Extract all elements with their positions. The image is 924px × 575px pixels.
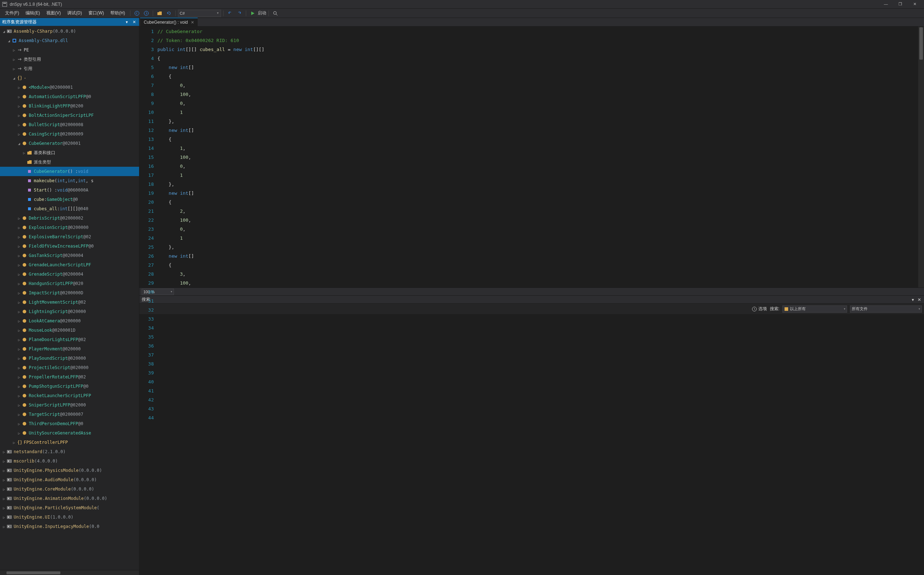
twisty-icon[interactable]: ▷ xyxy=(16,422,22,426)
tree-class[interactable]: ▷PropellerRotateLPFP @02 xyxy=(0,372,139,382)
nav-forward-icon[interactable] xyxy=(143,10,150,17)
tree-class[interactable]: ▷BlinkingLightPFP @0200 xyxy=(0,101,139,111)
twisty-icon[interactable]: ▷ xyxy=(2,469,6,473)
twisty-icon[interactable]: ▷ xyxy=(16,216,22,220)
tree-class[interactable]: ▷HandgunScriptLPFP @020 xyxy=(0,279,139,288)
tree-class[interactable]: ▷PlaneDoorLightsLPFP @02 xyxy=(0,335,139,344)
twisty-icon[interactable]: ▷ xyxy=(16,413,22,416)
tree-class[interactable]: ▷ImpactScript @0200000D xyxy=(0,288,139,297)
tree-type-refs[interactable]: ▷类型引用 xyxy=(0,55,139,64)
tree-class[interactable]: ▷GasTankScript @0200004 xyxy=(0,251,139,260)
tree-namespace-fps[interactable]: ▷{}FPSControllerLPFP xyxy=(0,438,139,447)
twisty-icon[interactable]: ▷ xyxy=(16,123,22,127)
twisty-icon[interactable]: ▷ xyxy=(16,394,22,398)
twisty-icon[interactable]: ◢ xyxy=(11,76,16,80)
tree-namespace[interactable]: ◢{}- xyxy=(0,73,139,83)
twisty-icon[interactable]: ▷ xyxy=(16,347,22,351)
tree-class[interactable]: ▷PlayerMovment @020000 xyxy=(0,344,139,354)
tree-class[interactable]: ▷SniperScriptLPFP @02000 xyxy=(0,400,139,410)
twisty-icon[interactable]: ▷ xyxy=(16,329,22,332)
menu-file[interactable]: 文件(F) xyxy=(2,9,22,17)
maximize-button[interactable]: ❐ xyxy=(895,2,905,6)
tree-class[interactable]: ▷PumpShotgunScriptLPFP @0 xyxy=(0,382,139,391)
tree-class[interactable]: ▷BoltActionSniperScriptLPF xyxy=(0,111,139,120)
search-scope-combo[interactable]: 以上所有▾ xyxy=(783,305,847,313)
tree-field-cube[interactable]: cube : GameObject @0 xyxy=(0,195,139,204)
tree-assembly[interactable]: ▷UnityEngine.UI (1.0.0.0) xyxy=(0,513,139,522)
twisty-icon[interactable]: ▷ xyxy=(2,506,6,510)
twisty-icon[interactable]: ▷ xyxy=(16,104,22,108)
tree-assembly[interactable]: ▷UnityEngine.ParticleSystemModule ( xyxy=(0,503,139,513)
search-files-combo[interactable]: 所有文件▾ xyxy=(850,305,922,313)
tree-class[interactable]: ▷GrenadeLauncherScriptLPF xyxy=(0,260,139,270)
twisty-icon[interactable]: ▷ xyxy=(16,245,22,248)
menu-edit[interactable]: 编辑(E) xyxy=(23,9,43,17)
tree-derived-types[interactable]: 派生类型 xyxy=(0,157,139,167)
tree-assembly[interactable]: ▷UnityEngine.InputLegacyModule (0.0 xyxy=(0,522,139,531)
search-icon[interactable] xyxy=(272,10,279,17)
twisty-icon[interactable]: ▷ xyxy=(16,282,22,286)
tree-class[interactable]: ▷ExplosiveBarrelScript @02 xyxy=(0,232,139,241)
language-combo[interactable]: C#▼ xyxy=(178,10,221,17)
twisty-icon[interactable]: ▷ xyxy=(22,151,27,155)
twisty-icon[interactable]: ▷ xyxy=(16,95,22,99)
twisty-icon[interactable]: ▷ xyxy=(16,366,22,370)
tree-class[interactable]: ▷LookAtCamera @0200000 xyxy=(0,316,139,326)
tab-close-icon[interactable]: ✕ xyxy=(191,20,194,25)
twisty-icon[interactable]: ▷ xyxy=(16,86,22,89)
open-icon[interactable] xyxy=(156,10,163,17)
twisty-icon[interactable]: ▷ xyxy=(11,441,16,445)
tree-class[interactable]: ▷PlaySoundScript @020000 xyxy=(0,354,139,363)
tree-class[interactable]: ▷UnitySourceGeneratedAsse xyxy=(0,428,139,438)
twisty-icon[interactable]: ▷ xyxy=(2,487,6,491)
tree-class[interactable]: ◢CubeGenerator @020001 xyxy=(0,139,139,148)
search-close-icon[interactable]: ✕ xyxy=(917,297,922,302)
tree-class-module[interactable]: ▷<Module> @02000001 xyxy=(0,83,139,92)
twisty-icon[interactable]: ▷ xyxy=(16,375,22,379)
twisty-icon[interactable]: ◢ xyxy=(16,141,22,146)
twisty-icon[interactable]: ▷ xyxy=(16,291,22,295)
menu-window[interactable]: 窗口(W) xyxy=(86,9,107,17)
options-icon[interactable]: 选项 xyxy=(752,306,767,312)
tree-assembly[interactable]: ◢Assembly-CSharp (0.0.0.0) xyxy=(0,27,139,36)
tree-class[interactable]: ▷GrenadeScript @0200004 xyxy=(0,270,139,279)
tree-assembly[interactable]: ▷mscorlib (4.0.0.0) xyxy=(0,456,139,466)
tree-field-cubesall[interactable]: cubes_all : int[][] @040 xyxy=(0,204,139,213)
twisty-icon[interactable]: ▷ xyxy=(16,431,22,435)
twisty-icon[interactable]: ▷ xyxy=(16,254,22,258)
twisty-icon[interactable]: ▷ xyxy=(16,263,22,267)
twisty-icon[interactable]: ▷ xyxy=(16,403,22,407)
tree-refs[interactable]: ▷引用 xyxy=(0,64,139,73)
tree-class[interactable]: ▷CasingScript @02000009 xyxy=(0,129,139,139)
twisty-icon[interactable]: ▷ xyxy=(11,67,16,71)
tree-dll[interactable]: ◢Assembly-CSharp.dll xyxy=(0,36,139,45)
menu-help[interactable]: 帮助(H) xyxy=(108,9,128,17)
twisty-icon[interactable]: ◢ xyxy=(6,39,11,43)
close-button[interactable]: ✕ xyxy=(910,2,919,6)
tree-assembly[interactable]: ▷UnityEngine.AudioModule (0.0.0.0) xyxy=(0,475,139,484)
tree-pe[interactable]: ▷PE xyxy=(0,45,139,55)
twisty-icon[interactable]: ▷ xyxy=(16,272,22,276)
tree-class[interactable]: ▷LightMovementScript @02 xyxy=(0,297,139,307)
twisty-icon[interactable]: ▷ xyxy=(16,338,22,342)
panel-close-icon[interactable]: ✕ xyxy=(131,20,137,24)
sidebar-scrollbar[interactable] xyxy=(0,570,139,575)
tree-class[interactable]: ▷ExplosionScript @0200000 xyxy=(0,223,139,232)
editor-scrollbar[interactable] xyxy=(918,27,924,288)
redo-icon[interactable] xyxy=(236,10,243,17)
tree-base-types[interactable]: ▷基类和接口 xyxy=(0,148,139,157)
tree-assembly[interactable]: ▷UnityEngine.CoreModule (0.0.0.0) xyxy=(0,484,139,494)
tree-class[interactable]: ▷LightningScript @020000 xyxy=(0,307,139,316)
nav-back-icon[interactable] xyxy=(133,10,141,17)
twisty-icon[interactable]: ▷ xyxy=(16,300,22,304)
tree-assembly[interactable]: ▷UnityEngine.AnimationModule (0.0.0.0) xyxy=(0,494,139,503)
twisty-icon[interactable]: ▷ xyxy=(16,226,22,230)
twisty-icon[interactable]: ▷ xyxy=(16,132,22,136)
twisty-icon[interactable]: ▷ xyxy=(16,114,22,118)
refresh-icon[interactable] xyxy=(165,10,173,17)
tree[interactable]: ◢Assembly-CSharp (0.0.0.0)◢Assembly-CSha… xyxy=(0,26,139,570)
tree-method-ctor[interactable]: CubeGenerator() : void xyxy=(0,167,139,176)
undo-icon[interactable] xyxy=(226,10,233,17)
twisty-icon[interactable]: ▷ xyxy=(16,319,22,323)
menu-debug[interactable]: 调试(D) xyxy=(64,9,85,17)
